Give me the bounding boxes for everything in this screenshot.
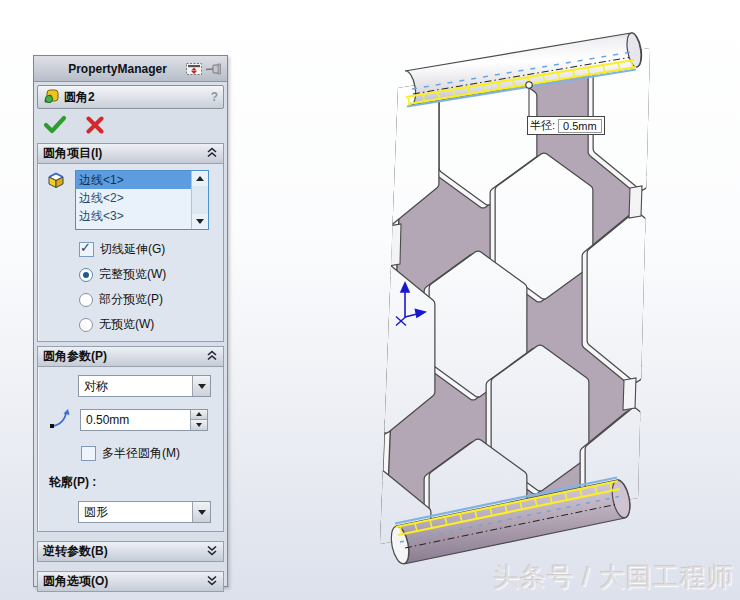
edge-list-item[interactable]: 边线<1> [76,171,193,189]
group-fillet-parameters-header[interactable]: 圆角参数(P) [38,347,223,367]
ok-button[interactable] [43,115,67,134]
fillet-feature-icon [43,88,59,107]
multi-radius-row: 多半径圆角(M) [81,445,220,462]
dropdown-arrow-icon[interactable] [192,502,210,522]
radius-row: 0.50mm [41,406,220,433]
feature-name: 圆角2 [64,89,95,106]
group-setback-parameters: 逆转参数(B) [37,541,224,562]
edge-list-item[interactable]: 边线<2> [76,189,193,207]
selected-edges-listbox[interactable]: 边线<1> 边线<2> 边线<3> [75,170,209,230]
no-preview-radio[interactable] [79,318,93,332]
profile-dropdown-value: 圆形 [84,504,108,521]
profile-dropdown[interactable]: 圆形 [78,501,211,523]
watermark-text: 头条号 / 大国工程师 [493,560,734,595]
radius-icon [47,406,71,433]
full-preview-label: 完整预览(W) [99,266,166,283]
group-setback-header[interactable]: 逆转参数(B) [38,542,223,561]
property-manager-panel: PropertyManager 圆角2 ? [33,55,228,587]
scroll-down-icon[interactable] [192,214,208,229]
multi-radius-label: 多半径圆角(M) [102,445,180,462]
panel-title: PropertyManager [37,62,184,76]
group-fillet-items: 圆角项目(I) 边线<1> 边线<2> 边线<3> [37,143,224,342]
preview-partial-row: 部分预览(P) [79,291,220,308]
tangent-propagation-checkbox[interactable] [79,242,94,257]
radius-callout-value[interactable]: 0.5mm [558,119,602,133]
solidworks-window: 半径: 0.5mm 头条号 / 大国工程师 PropertyManager 圆角… [0,0,740,600]
group-fillet-parameters: 圆角参数(P) 对称 0.50mm [37,346,224,532]
group-header-label: 圆角参数(P) [43,348,107,365]
help-icon[interactable]: ? [211,90,218,104]
partial-preview-radio[interactable] [79,293,93,307]
chevron-up-icon[interactable] [206,147,218,161]
radius-input-value[interactable]: 0.50mm [81,413,190,427]
feature-header: 圆角2 ? [37,85,224,109]
cancel-button[interactable] [85,115,105,134]
chevron-down-icon[interactable] [206,545,218,559]
group-header-label: 逆转参数(B) [43,543,108,560]
scroll-up-icon[interactable] [192,171,208,186]
full-preview-radio[interactable] [79,268,93,282]
pin-icon[interactable] [204,61,224,77]
edge-selection-row: 边线<1> 边线<2> 边线<3> [41,170,220,230]
property-manager-title-bar: PropertyManager [34,56,227,82]
radius-callout[interactable]: 半径: 0.5mm [527,116,605,135]
group-fillet-options: 圆角选项(O) [37,571,224,592]
multi-radius-checkbox[interactable] [81,446,96,461]
confirm-row [34,109,227,139]
spin-down-icon[interactable] [191,420,207,430]
listbox-scrollbar[interactable] [191,171,208,229]
callout-handle[interactable] [526,82,532,88]
radius-spinner[interactable] [190,410,207,430]
dropdown-arrow-icon[interactable] [192,376,210,396]
tangent-propagation-label: 切线延伸(G) [100,241,165,258]
tangent-propagation-row: 切线延伸(G) [79,241,220,258]
symmetry-dropdown-value: 对称 [84,378,108,395]
group-fillet-items-header[interactable]: 圆角项目(I) [38,144,223,164]
group-fillet-options-header[interactable]: 圆角选项(O) [38,572,223,591]
profile-label: 轮廓(P) : [49,474,220,491]
group-header-label: 圆角项目(I) [43,145,102,162]
spin-up-icon[interactable] [191,410,207,421]
radius-input[interactable]: 0.50mm [80,409,208,431]
radius-callout-label: 半径: [530,118,555,133]
symmetry-dropdown[interactable]: 对称 [78,375,211,397]
preview-none-row: 无预览(W) [79,316,220,333]
preview-full-row: 完整预览(W) [79,266,220,283]
partial-preview-label: 部分预览(P) [99,291,163,308]
auto-collapse-icon[interactable] [184,61,204,77]
group-header-label: 圆角选项(O) [43,573,108,590]
chevron-down-icon[interactable] [206,575,218,589]
chevron-up-icon[interactable] [206,350,218,364]
no-preview-label: 无预览(W) [99,316,154,333]
edge-selection-icon [46,170,66,193]
edge-list-item[interactable]: 边线<3> [76,207,193,225]
